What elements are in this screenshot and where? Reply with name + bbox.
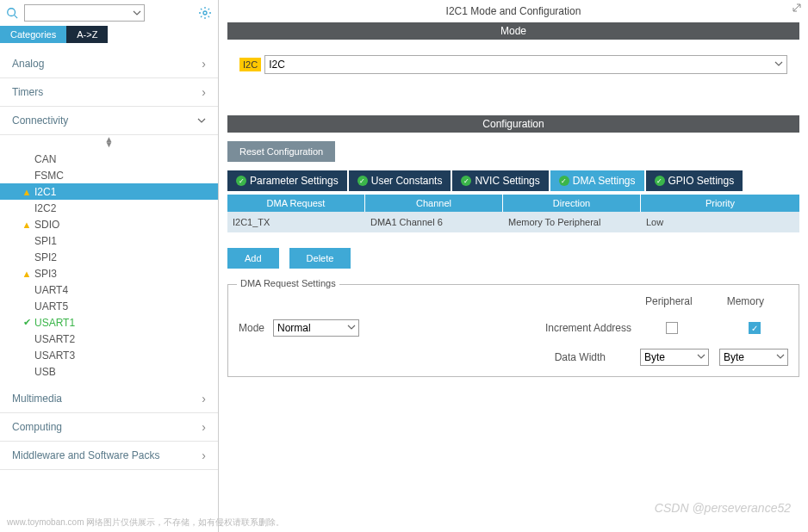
category-label: Multimedia — [12, 393, 62, 405]
cell-dma-request: I2C1_TX — [227, 215, 365, 229]
col-memory-label: Memory — [727, 295, 764, 307]
periph-fsmc[interactable]: FSMC — [0, 167, 218, 183]
add-button[interactable]: Add — [227, 248, 279, 269]
check-icon: ✔ — [21, 317, 33, 328]
periph-usart3[interactable]: USART3 — [0, 347, 218, 363]
tab-parameter-settings[interactable]: ✓Parameter Settings — [227, 170, 347, 191]
cell-priority: Low — [641, 215, 799, 229]
chevron-down-icon — [197, 114, 206, 127]
panel-title: I2C1 Mode and Configuration — [219, 0, 808, 22]
panel-expand-icon[interactable] — [792, 3, 801, 12]
check-circle-icon: ✓ — [236, 176, 246, 186]
svg-line-1 — [15, 15, 18, 19]
data-width-memory-select[interactable]: Byte — [719, 349, 788, 366]
category-connectivity[interactable]: Connectivity — [0, 107, 218, 135]
category-label: Connectivity — [12, 114, 68, 127]
config-section: Reset Configuration ✓Parameter Settings … — [219, 133, 808, 532]
tab-dma-settings[interactable]: ✓DMA Settings — [550, 170, 644, 191]
col-direction[interactable]: Direction — [503, 195, 641, 212]
delete-button[interactable]: Delete — [289, 248, 351, 269]
warning-icon: ▲ — [21, 220, 33, 230]
check-circle-icon: ✓ — [357, 176, 368, 186]
col-priority[interactable]: Priority — [641, 195, 799, 212]
mode-section-header: Mode — [227, 22, 799, 40]
category-list: Analog › Timers › Connectivity ▲▼ CAN FS… — [0, 43, 218, 532]
category-computing[interactable]: Computing › — [0, 413, 218, 442]
tab-a-to-z[interactable]: A->Z — [66, 26, 108, 43]
dma-button-row: Add Delete — [227, 248, 799, 269]
svg-point-2 — [203, 11, 207, 15]
check-circle-icon: ✓ — [559, 176, 569, 186]
periph-i2c2[interactable]: I2C2 — [0, 200, 218, 216]
connectivity-items: CAN FSMC ▲I2C1 I2C2 ▲SDIO SPI1 SPI2 ▲SPI… — [0, 149, 218, 385]
col-dma-request[interactable]: DMA Request — [227, 195, 365, 212]
chevron-right-icon: › — [202, 420, 206, 434]
row-data-width: Data Width Byte Byte — [239, 349, 788, 366]
periph-can[interactable]: CAN — [0, 151, 218, 167]
periph-usb[interactable]: USB — [0, 363, 218, 380]
warning-icon: ▲ — [21, 269, 33, 279]
periph-uart4[interactable]: UART4 — [0, 281, 218, 298]
reset-configuration-button[interactable]: Reset Configuration — [227, 141, 335, 162]
mode-select-dropdown[interactable]: Normal — [273, 319, 359, 337]
periph-sdio[interactable]: ▲SDIO — [0, 216, 218, 232]
periph-usart1[interactable]: ✔USART1 — [0, 314, 218, 331]
cell-channel: DMA1 Channel 6 — [365, 215, 503, 229]
data-width-label: Data Width — [555, 351, 606, 363]
dma-table-row[interactable]: I2C1_TX DMA1 Channel 6 Memory To Periphe… — [227, 212, 799, 232]
chevron-down-icon — [697, 351, 705, 363]
right-panel: I2C1 Mode and Configuration Mode I2C I2C… — [219, 0, 808, 532]
category-timers[interactable]: Timers › — [0, 78, 218, 107]
category-label: Analog — [12, 58, 44, 70]
search-icon[interactable] — [3, 4, 21, 22]
tab-user-constants[interactable]: ✓User Constants — [349, 170, 451, 191]
chevron-down-icon — [776, 351, 785, 363]
periph-spi2[interactable]: SPI2 — [0, 249, 218, 265]
col-peripheral-label: Peripheral — [645, 295, 693, 307]
search-input[interactable] — [24, 4, 145, 22]
category-analog[interactable]: Analog › — [0, 50, 218, 78]
watermark: CSDN @perseverance52 — [655, 501, 791, 515]
svg-point-0 — [8, 9, 16, 16]
periph-usart2[interactable]: USART2 — [0, 331, 218, 347]
col-channel[interactable]: Channel — [365, 195, 503, 212]
periph-i2c1[interactable]: ▲I2C1 — [0, 183, 218, 200]
increment-peripheral-checkbox[interactable] — [666, 322, 678, 334]
mode-row: I2C I2C — [219, 40, 808, 90]
data-width-peripheral-select[interactable]: Byte — [640, 349, 709, 366]
category-middleware[interactable]: Middleware and Software Packs › — [0, 442, 218, 470]
settings-gear-icon[interactable] — [196, 3, 214, 22]
tab-gpio-settings[interactable]: ✓GPIO Settings — [646, 170, 743, 191]
check-circle-icon: ✓ — [655, 176, 665, 186]
category-label: Computing — [12, 421, 62, 433]
chevron-right-icon: › — [202, 448, 206, 462]
mode-i2c-label: I2C — [239, 58, 261, 71]
settings-legend: DMA Request Settings — [237, 278, 339, 288]
row-mode-increment: Mode Normal Increment Address ✓ — [239, 319, 788, 337]
footer-note: www.toymoban.com 网络图片仅供展示，不存储，如有侵权请联系删除。 — [7, 517, 284, 529]
category-multimedia[interactable]: Multimedia › — [0, 385, 218, 413]
search-bar — [0, 0, 218, 26]
dma-table-header: DMA Request Channel Direction Priority — [227, 195, 799, 212]
category-label: Middleware and Software Packs — [12, 449, 159, 461]
tab-categories[interactable]: Categories — [0, 26, 66, 43]
settings-column-headers: Peripheral Memory — [239, 295, 788, 307]
tab-nvic-settings[interactable]: ✓NVIC Settings — [452, 170, 548, 191]
warning-icon: ▲ — [21, 187, 33, 197]
chevron-right-icon: › — [202, 85, 206, 99]
periph-spi1[interactable]: SPI1 — [0, 232, 218, 249]
sort-handle-icon[interactable]: ▲▼ — [0, 135, 218, 149]
chevron-right-icon: › — [202, 57, 206, 71]
mode-select[interactable]: I2C — [264, 55, 787, 74]
config-tabs: ✓Parameter Settings ✓User Constants ✓NVI… — [227, 170, 799, 191]
view-tabs: Categories A->Z — [0, 26, 218, 43]
check-circle-icon: ✓ — [461, 176, 471, 186]
increment-address-label: Increment Address — [545, 322, 631, 334]
chevron-right-icon: › — [202, 392, 206, 405]
periph-uart5[interactable]: UART5 — [0, 298, 218, 314]
mode-select-value: I2C — [269, 59, 285, 71]
periph-spi3[interactable]: ▲SPI3 — [0, 265, 218, 281]
increment-memory-checkbox[interactable]: ✓ — [749, 322, 761, 334]
category-label: Timers — [12, 86, 43, 98]
dma-request-settings-group: DMA Request Settings Peripheral Memory M… — [227, 284, 799, 377]
